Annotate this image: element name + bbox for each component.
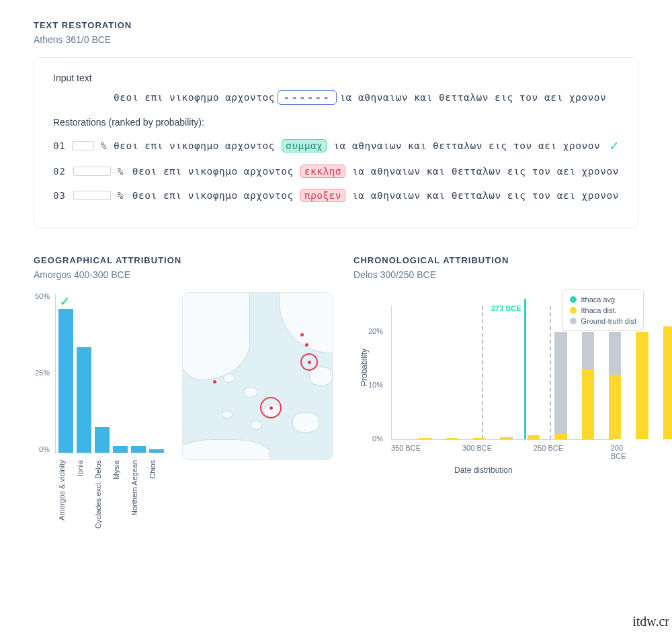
legend-item: Ground-truth dist <box>581 317 636 325</box>
aegean-map <box>182 292 333 460</box>
restoration-panel: Input text θεοι επι νικοφημο αρχοντος --… <box>34 57 638 228</box>
x-tick: 250 BCE <box>534 444 563 452</box>
geo-bar-label: Mysia <box>112 460 127 568</box>
pct-symbol: % <box>118 190 126 201</box>
check-icon: ✓ <box>60 294 70 309</box>
geo-bar-label: Chios <box>149 460 163 568</box>
x-tick: 300 BCE <box>462 444 492 452</box>
rank: 01 <box>53 140 65 151</box>
section-title: GEOGRAPHICAL ATTRIBUTION <box>34 255 333 265</box>
row-prefix: θεοι επι νικοφημο αρχοντος <box>114 140 275 151</box>
rank: 03 <box>53 190 67 201</box>
input-suffix: ια αθηναιων και θετταλων εις τον αει χρο… <box>339 92 606 103</box>
legend-item: Ithaca dist. <box>581 306 616 314</box>
text-restoration-section: TEXT RESTORATION Athens 361/0 BCE Input … <box>34 20 638 228</box>
restored-token: προξεν <box>300 189 345 202</box>
restored-token: εκκλησ <box>300 165 345 178</box>
prob-bar <box>73 167 111 176</box>
prob-bar <box>72 141 93 150</box>
chrono-section: CHRONOLOGICAL ATTRIBUTION Delos 300/250 … <box>353 255 638 568</box>
row-suffix: ια αθηναιων και θετταλων εις τον αει χρο… <box>333 140 600 151</box>
y-tick: 0% <box>372 435 383 443</box>
row-prefix: θεοι επι νικοφημο αρχοντος <box>132 190 294 201</box>
geo-bar <box>149 449 164 453</box>
restored-token: συμμαχ <box>282 139 327 152</box>
geo-bar <box>113 446 128 453</box>
rank: 02 <box>53 166 67 177</box>
chrono-legend: Ithaca avg Ithaca dist. Ground-truth dis… <box>562 289 644 331</box>
chrono-y-axis: 20% 10% 0% <box>353 306 387 440</box>
prob-bar <box>73 191 111 200</box>
geo-bar-label: Cyclades excl. Delos <box>94 460 109 568</box>
row-prefix: θεοι επι νικοφημο αρχοντος <box>132 166 294 177</box>
geo-bar <box>95 427 110 453</box>
geo-bar <box>131 446 146 453</box>
restoration-row: 01 % θεοι επι νικοφημο αρχοντος συμμαχ ι… <box>53 137 619 154</box>
masked-token: ------ <box>278 90 337 105</box>
row-suffix: ια αθηναιων και θετταλων εις τον αει χρο… <box>352 190 619 201</box>
geo-bar-chart: 50% 25% 0% ✓ Amorgos & vicinityIoniaCycl… <box>34 292 171 568</box>
geo-bar-label: Ionia <box>76 460 91 568</box>
geo-section: GEOGRAPHICAL ATTRIBUTION Amorgos 400-300… <box>34 255 333 568</box>
geo-bar: ✓ <box>58 309 73 453</box>
input-prefix: θεοι επι νικοφημο αρχοντος <box>114 92 275 103</box>
section-title: CHRONOLOGICAL ATTRIBUTION <box>353 255 638 265</box>
pct-symbol: % <box>118 166 126 177</box>
y-tick: 0% <box>30 445 50 453</box>
chrono-xlabel: Date distribution <box>454 465 513 475</box>
input-text-line: θεοι επι νικοφημο αρχοντος ------ ια αθη… <box>114 90 619 105</box>
check-icon: ✓ <box>610 137 619 154</box>
chrono-chart: Probability 20% 10% 0% 273 BCE 350 BCE 3… <box>353 292 636 480</box>
geo-bar-label: Northern Aegean <box>130 460 145 568</box>
x-tick: 350 BCE <box>391 444 421 452</box>
restoration-list: 01 % θεοι επι νικοφημο αρχοντος συμμαχ ι… <box>53 137 619 202</box>
restorations-label: Restorations (ranked by probability): <box>53 117 619 128</box>
row-suffix: ια αθηναιων και θετταλων εις τον αει χρο… <box>352 166 619 177</box>
section-subtitle: Delos 300/250 BCE <box>353 269 638 280</box>
section-subtitle: Athens 361/0 BCE <box>34 34 638 45</box>
geo-bar <box>77 347 91 453</box>
y-tick: 20% <box>368 327 383 335</box>
geo-y-axis: 50% 25% 0% <box>30 292 50 453</box>
legend-item: Ithaca avg <box>581 296 615 304</box>
pct-symbol: % <box>101 140 107 151</box>
geo-bar-label: Amorgos & vicinity <box>58 460 73 568</box>
y-tick: 25% <box>30 369 50 377</box>
input-label: Input text <box>53 73 619 83</box>
restoration-row: 02 % θεοι επι νικοφημο αρχοντος εκκλησ ι… <box>53 165 619 178</box>
x-tick: 200 BCE <box>611 444 626 460</box>
y-tick: 10% <box>368 381 383 389</box>
restoration-row: 03 % θεοι επι νικοφημο αρχοντος προξεν ι… <box>53 189 619 202</box>
y-tick: 50% <box>30 292 50 300</box>
section-title: TEXT RESTORATION <box>34 20 638 30</box>
section-subtitle: Amorgos 400-300 BCE <box>34 269 333 280</box>
